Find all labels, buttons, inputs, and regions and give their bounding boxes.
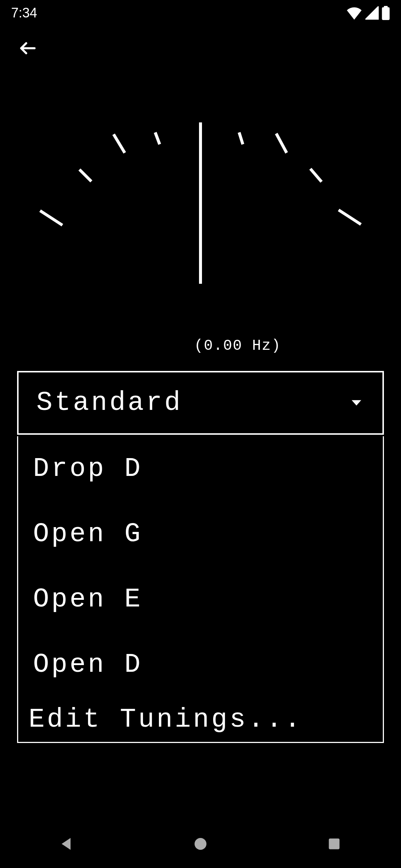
status-icons (346, 6, 390, 20)
tuner-gauge (0, 70, 401, 345)
svg-point-11 (195, 838, 206, 850)
svg-line-8 (276, 134, 287, 153)
svg-line-10 (339, 210, 361, 224)
tuning-option-open-d[interactable]: Open D (18, 632, 383, 697)
tuning-select[interactable]: Standard (17, 371, 384, 435)
tuning-selected-label: Standard (36, 388, 183, 418)
nav-back-button[interactable] (56, 833, 78, 855)
chevron-down-icon (348, 395, 365, 411)
battery-icon (382, 6, 390, 20)
svg-rect-0 (382, 7, 390, 20)
svg-line-5 (114, 134, 125, 153)
nav-recent-button[interactable] (323, 833, 345, 855)
tuning-option-drop-d[interactable]: Drop D (18, 436, 383, 502)
svg-line-7 (239, 132, 243, 144)
tuning-option-edit[interactable]: Edit Tunings... (18, 697, 383, 742)
status-time: 7:34 (11, 5, 37, 21)
option-label: Open D (33, 650, 143, 680)
svg-line-6 (155, 132, 160, 144)
svg-line-4 (79, 170, 91, 181)
triangle-left-icon (59, 836, 74, 851)
option-label: Open G (33, 519, 143, 549)
wifi-icon (346, 6, 362, 20)
circle-icon (193, 836, 208, 851)
square-icon (327, 837, 341, 851)
option-label: Edit Tunings... (29, 704, 303, 735)
svg-rect-1 (384, 6, 388, 8)
system-nav-bar (0, 820, 401, 868)
back-button[interactable] (15, 35, 41, 61)
arrow-left-icon (18, 38, 38, 58)
cell-signal-icon (365, 6, 379, 20)
status-bar: 7:34 (0, 0, 401, 26)
nav-home-button[interactable] (189, 833, 212, 855)
option-label: Drop D (33, 454, 143, 484)
tuning-option-open-e[interactable]: Open E (18, 567, 383, 632)
svg-rect-12 (329, 839, 340, 849)
svg-line-3 (40, 211, 62, 225)
tuning-options-list: Drop D Open G Open E Open D Edit Tunings… (17, 436, 384, 743)
top-app-bar (0, 26, 401, 70)
option-label: Open E (33, 584, 143, 615)
tuning-option-open-g[interactable]: Open G (18, 502, 383, 567)
gauge-dial-icon (0, 70, 401, 345)
tuning-dropdown: Standard Drop D Open G Open E Open D Edi… (17, 371, 384, 743)
svg-line-9 (310, 169, 322, 182)
frequency-readout: (0.00 Hz) (0, 338, 401, 354)
